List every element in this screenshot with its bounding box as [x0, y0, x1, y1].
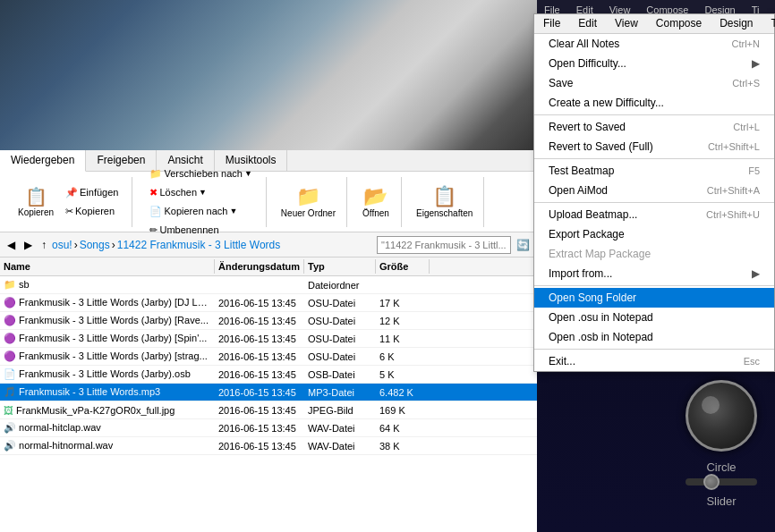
- menu-separator: [534, 285, 774, 286]
- menu-item-save[interactable]: Save Ctrl+S: [534, 73, 774, 93]
- refresh-btn[interactable]: 🔄: [513, 239, 533, 251]
- file-row[interactable]: 🟣 Frankmusik - 3 Little Words (Jarby) [R…: [0, 312, 537, 330]
- cmenu-edit[interactable]: Edit: [569, 14, 606, 33]
- file-row[interactable]: 🟣 Frankmusik - 3 Little Words (Jarby) [D…: [0, 294, 537, 312]
- menu-item-open-song-folder[interactable]: Open Song Folder: [534, 288, 774, 308]
- new-folder-btn[interactable]: 📁 Neuer Ordner: [277, 183, 339, 220]
- col-header-size[interactable]: Größe: [376, 259, 430, 274]
- menu-item-open-aimod[interactable]: Open AiMod Ctrl+Shift+A: [534, 181, 774, 200]
- open-group: 📂 Öffnen: [351, 177, 402, 227]
- copy-to-btn[interactable]: 📄 Kopieren nach ▼: [143, 203, 258, 220]
- move-icon: 📁: [149, 168, 162, 180]
- rename-icon: ✏: [149, 224, 158, 236]
- circle-shape: [686, 380, 757, 452]
- menu-item-revert-to-saved--full-[interactable]: Revert to Saved (Full) Ctrl+Shift+L: [534, 137, 774, 156]
- file-row[interactable]: 🟣 Frankmusik - 3 Little Words (Jarby) [s…: [0, 348, 537, 366]
- menu-item-create-a-new-difficulty---[interactable]: Create a new Difficulty...: [534, 93, 774, 113]
- menu-item-clear-all-notes[interactable]: Clear All Notes Ctrl+N: [534, 34, 774, 54]
- rename-btn[interactable]: ✏ Umbenennen: [143, 222, 258, 239]
- col-header-name[interactable]: Name: [0, 259, 215, 274]
- slider-track: [686, 478, 757, 486]
- cmenu-compose[interactable]: Compose: [647, 14, 711, 33]
- clipboard-group: 📋 Kopieren 📌 Einfügen ✂ Kopieren: [7, 177, 132, 227]
- menu-item-revert-to-saved[interactable]: Revert to Saved Ctrl+L: [534, 117, 774, 137]
- paste-btn[interactable]: 📌 Einfügen: [59, 184, 124, 201]
- path-songs[interactable]: Songs: [80, 239, 110, 251]
- file-list: 📁 sb Dateiordner 🟣 Frankmusik - 3 Little…: [0, 276, 537, 455]
- file-icon: 📁: [4, 279, 16, 290]
- menu-item-open-difficulty---[interactable]: Open Difficulty... ▶: [534, 54, 774, 73]
- move-to-btn[interactable]: 📁 Verschieben nach ▼: [143, 165, 258, 182]
- ribbon-content: 📋 Kopieren 📌 Einfügen ✂ Kopieren 📁 Versc…: [0, 172, 537, 232]
- cmenu-view[interactable]: View: [606, 14, 647, 33]
- properties-icon: 📋: [432, 185, 456, 208]
- copy-btn[interactable]: 📋 Kopieren: [14, 184, 57, 219]
- open-btn[interactable]: 📂 Öffnen: [358, 183, 394, 220]
- delete-btn[interactable]: ✖ Löschen ▼: [143, 184, 258, 201]
- file-row[interactable]: 🎵 Frankmusik - 3 Little Words.mp3 2016-0…: [0, 384, 537, 401]
- ribbon-tabs: Wiedergeben Freigeben Ansicht Musiktools: [0, 150, 537, 172]
- file-icon: 🎵: [4, 386, 16, 397]
- back-btn[interactable]: ◀: [4, 239, 19, 251]
- file-icon: 🔊: [4, 422, 16, 433]
- menu-items: Clear All Notes Ctrl+N Open Difficulty..…: [534, 34, 774, 371]
- cmenu-timing[interactable]: Ti: [762, 14, 775, 33]
- search-input[interactable]: [377, 236, 511, 254]
- menu-separator: [534, 158, 774, 159]
- new-folder-icon: 📁: [296, 185, 320, 208]
- menu-separator: [534, 114, 774, 115]
- col-header-type[interactable]: Typ: [304, 259, 376, 274]
- cmenu-file[interactable]: File: [534, 14, 569, 33]
- file-row[interactable]: 📁 sb Dateiordner: [0, 276, 537, 294]
- delete-icon: ✖: [149, 187, 158, 198]
- context-menu-bar: File Edit View Compose Design Ti: [534, 14, 774, 34]
- properties-btn[interactable]: 📋 Eigenschaften: [413, 183, 476, 220]
- menu-item-export-package[interactable]: Export Package: [534, 224, 774, 244]
- menu-item-import-from---[interactable]: Import from... ▶: [534, 264, 774, 283]
- tab-wiedergeben[interactable]: Wiedergeben: [0, 150, 86, 172]
- menu-item-exit---[interactable]: Exit... Esc: [534, 351, 774, 371]
- slider-thumb: [703, 474, 720, 490]
- new-group: 📁 Neuer Ordner: [270, 177, 347, 227]
- menu-item-open--osb-in-notepad[interactable]: Open .osb in Notepad: [534, 327, 774, 347]
- menu-item-open--osu-in-notepad[interactable]: Open .osu in Notepad: [534, 308, 774, 327]
- file-list-header: Name Änderungsdatum Typ Größe: [0, 258, 537, 276]
- menu-item-test-beatmap[interactable]: Test Beatmap F5: [534, 161, 774, 181]
- file-icon: 📄: [4, 368, 16, 379]
- open-icon: 📂: [363, 185, 388, 208]
- forward-btn[interactable]: ▶: [21, 239, 36, 251]
- organize-group: 📁 Verschieben nach ▼ ✖ Löschen ▼ 📄 Kopie…: [136, 177, 266, 227]
- paste-icon: 📌: [65, 187, 78, 198]
- file-icon: 🟣: [4, 350, 16, 361]
- context-menu: File Edit View Compose Design Ti Clear A…: [533, 13, 775, 372]
- up-btn[interactable]: ↑: [38, 239, 50, 251]
- path-osu[interactable]: osu!: [52, 239, 72, 251]
- path-bar[interactable]: ◀ ▶ ↑ osu! › Songs › 11422 Frankmusik - …: [0, 232, 537, 258]
- circle-widget[interactable]: Circle: [677, 371, 766, 460]
- cmenu-design[interactable]: Design: [711, 14, 762, 33]
- cut-icon: ✂: [65, 206, 73, 217]
- copy-icon: 📋: [25, 186, 47, 207]
- file-row[interactable]: 🖼 FrankMusik_vPa-K27gOR0x_full.jpg 2016-…: [0, 401, 537, 419]
- file-icon: 🔊: [4, 440, 16, 451]
- menu-item-upload-beatmap---[interactable]: Upload Beatmap... Ctrl+Shift+U: [534, 205, 774, 224]
- file-icon: 🟣: [4, 297, 16, 308]
- file-icon: 🖼: [4, 405, 13, 416]
- slider-widget[interactable]: Slider: [677, 469, 766, 523]
- menu-item-extract-map-package: Extract Map Package: [534, 244, 774, 264]
- file-explorer: Wiedergeben Freigeben Ansicht Musiktools…: [0, 0, 537, 532]
- copy-to-icon: 📄: [149, 206, 162, 217]
- col-header-date[interactable]: Änderungsdatum: [215, 259, 304, 274]
- slider-label: Slider: [677, 494, 766, 508]
- file-row[interactable]: 🔊 normal-hitnormal.wav 2016-06-15 13:45 …: [0, 437, 537, 455]
- file-row[interactable]: 🔊 normal-hitclap.wav 2016-06-15 13:45 WA…: [0, 419, 537, 437]
- file-row[interactable]: 📄 Frankmusik - 3 Little Words (Jarby).os…: [0, 366, 537, 384]
- menu-separator: [534, 202, 774, 203]
- file-icon: 🟣: [4, 315, 16, 325]
- menu-separator: [534, 349, 774, 350]
- cut-btn[interactable]: ✂ Kopieren: [59, 203, 124, 220]
- properties-group: 📋 Eigenschaften: [405, 177, 484, 227]
- cloud-background-image: [0, 0, 537, 150]
- file-row[interactable]: 🟣 Frankmusik - 3 Little Words (Jarby) [S…: [0, 330, 537, 348]
- path-current[interactable]: 11422 Frankmusik - 3 Little Words: [117, 239, 281, 251]
